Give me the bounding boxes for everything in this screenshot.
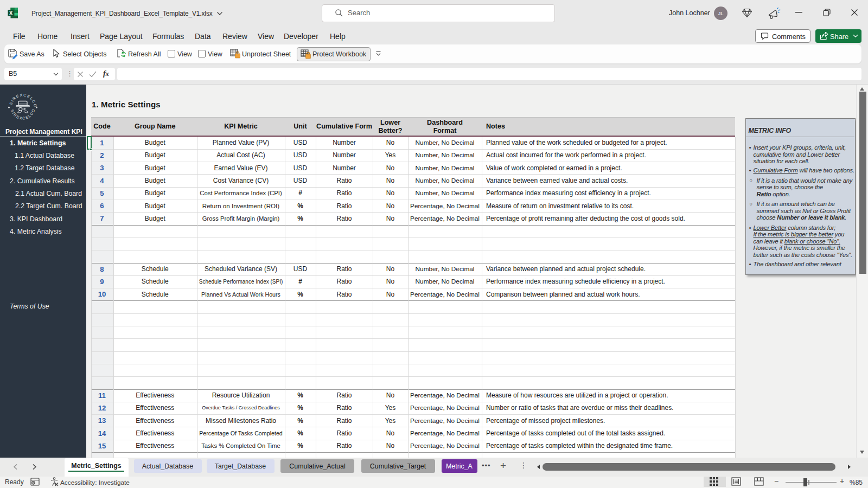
svg-text:SIREXCELCO: SIREXCELCO [10, 108, 36, 120]
svg-text:X: X [9, 10, 13, 16]
